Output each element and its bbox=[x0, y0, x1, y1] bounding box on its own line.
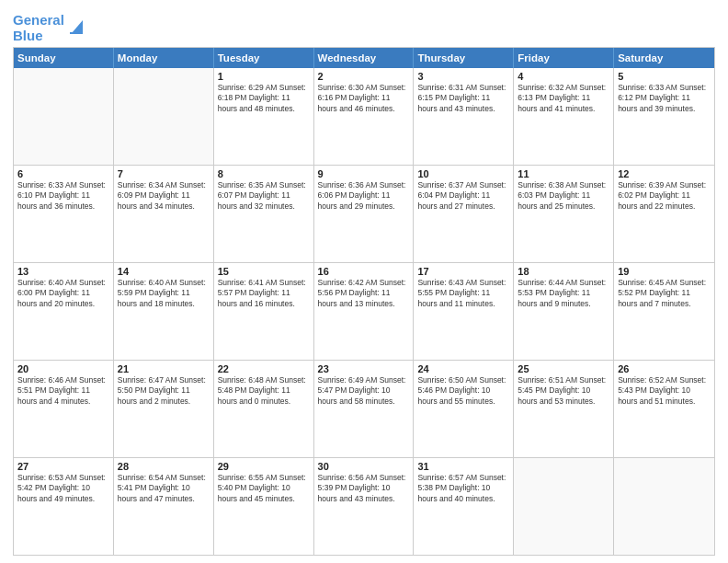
cell-info: Sunrise: 6:38 AM Sunset: 6:03 PM Dayligh… bbox=[518, 180, 609, 212]
header-day-wednesday: Wednesday bbox=[314, 48, 415, 68]
day-number: 8 bbox=[218, 168, 310, 179]
calendar-cell: 1Sunrise: 6:29 AM Sunset: 6:18 PM Daylig… bbox=[214, 68, 314, 165]
calendar-row-1: 6Sunrise: 6:33 AM Sunset: 6:10 PM Daylig… bbox=[14, 166, 714, 263]
calendar-cell: 28Sunrise: 6:54 AM Sunset: 5:41 PM Dayli… bbox=[114, 458, 214, 555]
day-number: 19 bbox=[618, 266, 711, 277]
calendar-cell: 31Sunrise: 6:57 AM Sunset: 5:38 PM Dayli… bbox=[414, 458, 514, 555]
day-number: 26 bbox=[618, 363, 711, 374]
cell-info: Sunrise: 6:30 AM Sunset: 6:16 PM Dayligh… bbox=[318, 83, 410, 114]
cell-info: Sunrise: 6:49 AM Sunset: 5:47 PM Dayligh… bbox=[318, 375, 410, 407]
calendar-cell: 30Sunrise: 6:56 AM Sunset: 5:39 PM Dayli… bbox=[314, 458, 415, 555]
cell-info: Sunrise: 6:36 AM Sunset: 6:06 PM Dayligh… bbox=[318, 180, 410, 212]
cell-info: Sunrise: 6:46 AM Sunset: 5:51 PM Dayligh… bbox=[17, 375, 109, 407]
calendar-row-0: 1Sunrise: 6:29 AM Sunset: 6:18 PM Daylig… bbox=[14, 68, 714, 166]
day-number: 4 bbox=[518, 71, 609, 82]
calendar-header: SundayMondayTuesdayWednesdayThursdayFrid… bbox=[14, 48, 714, 68]
cell-info: Sunrise: 6:51 AM Sunset: 5:45 PM Dayligh… bbox=[518, 375, 609, 407]
cell-info: Sunrise: 6:35 AM Sunset: 6:07 PM Dayligh… bbox=[218, 180, 310, 212]
calendar-cell: 17Sunrise: 6:43 AM Sunset: 5:55 PM Dayli… bbox=[414, 263, 514, 360]
calendar-cell: 27Sunrise: 6:53 AM Sunset: 5:42 PM Dayli… bbox=[14, 458, 114, 555]
calendar-cell: 5Sunrise: 6:33 AM Sunset: 6:12 PM Daylig… bbox=[614, 68, 714, 165]
logo-icon bbox=[66, 17, 86, 37]
logo: General Blue bbox=[13, 13, 86, 43]
calendar-cell: 26Sunrise: 6:52 AM Sunset: 5:43 PM Dayli… bbox=[614, 361, 714, 457]
day-number: 10 bbox=[417, 168, 509, 179]
cell-info: Sunrise: 6:42 AM Sunset: 5:56 PM Dayligh… bbox=[318, 278, 410, 309]
header-day-sunday: Sunday bbox=[14, 48, 114, 68]
calendar-cell: 8Sunrise: 6:35 AM Sunset: 6:07 PM Daylig… bbox=[214, 166, 314, 262]
calendar-cell: 9Sunrise: 6:36 AM Sunset: 6:06 PM Daylig… bbox=[314, 166, 415, 262]
calendar-cell: 19Sunrise: 6:45 AM Sunset: 5:52 PM Dayli… bbox=[614, 263, 714, 360]
day-number: 27 bbox=[17, 461, 109, 472]
cell-info: Sunrise: 6:55 AM Sunset: 5:40 PM Dayligh… bbox=[218, 473, 310, 504]
day-number: 25 bbox=[518, 363, 609, 374]
calendar-cell: 23Sunrise: 6:49 AM Sunset: 5:47 PM Dayli… bbox=[314, 361, 415, 457]
cell-info: Sunrise: 6:33 AM Sunset: 6:10 PM Dayligh… bbox=[17, 180, 109, 212]
calendar-cell: 20Sunrise: 6:46 AM Sunset: 5:51 PM Dayli… bbox=[14, 361, 114, 457]
cell-info: Sunrise: 6:47 AM Sunset: 5:50 PM Dayligh… bbox=[118, 375, 210, 407]
cell-info: Sunrise: 6:33 AM Sunset: 6:12 PM Dayligh… bbox=[618, 83, 711, 114]
day-number: 28 bbox=[118, 461, 210, 472]
calendar-cell: 21Sunrise: 6:47 AM Sunset: 5:50 PM Dayli… bbox=[114, 361, 214, 457]
cell-info: Sunrise: 6:52 AM Sunset: 5:43 PM Dayligh… bbox=[618, 375, 711, 407]
cell-info: Sunrise: 6:40 AM Sunset: 5:59 PM Dayligh… bbox=[118, 278, 210, 309]
calendar-cell: 25Sunrise: 6:51 AM Sunset: 5:45 PM Dayli… bbox=[514, 361, 614, 457]
cell-info: Sunrise: 6:45 AM Sunset: 5:52 PM Dayligh… bbox=[618, 278, 711, 309]
calendar: SundayMondayTuesdayWednesdayThursdayFrid… bbox=[13, 47, 715, 556]
cell-info: Sunrise: 6:34 AM Sunset: 6:09 PM Dayligh… bbox=[118, 180, 210, 212]
calendar-cell: 2Sunrise: 6:30 AM Sunset: 6:16 PM Daylig… bbox=[314, 68, 415, 165]
day-number: 11 bbox=[518, 168, 609, 179]
header-day-monday: Monday bbox=[114, 48, 214, 68]
calendar-cell: 14Sunrise: 6:40 AM Sunset: 5:59 PM Dayli… bbox=[114, 263, 214, 360]
cell-info: Sunrise: 6:32 AM Sunset: 6:13 PM Dayligh… bbox=[518, 83, 609, 114]
cell-info: Sunrise: 6:37 AM Sunset: 6:04 PM Dayligh… bbox=[417, 180, 509, 212]
logo-text: General Blue bbox=[13, 13, 64, 43]
cell-info: Sunrise: 6:29 AM Sunset: 6:18 PM Dayligh… bbox=[218, 83, 310, 114]
day-number: 13 bbox=[17, 266, 109, 277]
calendar-cell: 18Sunrise: 6:44 AM Sunset: 5:53 PM Dayli… bbox=[514, 263, 614, 360]
day-number: 12 bbox=[618, 168, 711, 179]
calendar-cell: 7Sunrise: 6:34 AM Sunset: 6:09 PM Daylig… bbox=[114, 166, 214, 262]
calendar-cell: 4Sunrise: 6:32 AM Sunset: 6:13 PM Daylig… bbox=[514, 68, 614, 165]
calendar-cell bbox=[514, 458, 614, 555]
calendar-cell bbox=[14, 68, 114, 165]
cell-info: Sunrise: 6:48 AM Sunset: 5:48 PM Dayligh… bbox=[218, 375, 310, 407]
cell-info: Sunrise: 6:31 AM Sunset: 6:15 PM Dayligh… bbox=[417, 83, 509, 114]
calendar-cell: 10Sunrise: 6:37 AM Sunset: 6:04 PM Dayli… bbox=[414, 166, 514, 262]
header-day-thursday: Thursday bbox=[414, 48, 514, 68]
day-number: 9 bbox=[318, 168, 410, 179]
cell-info: Sunrise: 6:53 AM Sunset: 5:42 PM Dayligh… bbox=[17, 473, 109, 504]
header-day-tuesday: Tuesday bbox=[214, 48, 314, 68]
calendar-cell: 15Sunrise: 6:41 AM Sunset: 5:57 PM Dayli… bbox=[214, 263, 314, 360]
calendar-row-3: 20Sunrise: 6:46 AM Sunset: 5:51 PM Dayli… bbox=[14, 361, 714, 458]
calendar-cell: 3Sunrise: 6:31 AM Sunset: 6:15 PM Daylig… bbox=[414, 68, 514, 165]
cell-info: Sunrise: 6:56 AM Sunset: 5:39 PM Dayligh… bbox=[318, 473, 410, 504]
calendar-row-2: 13Sunrise: 6:40 AM Sunset: 6:00 PM Dayli… bbox=[14, 263, 714, 361]
calendar-cell: 11Sunrise: 6:38 AM Sunset: 6:03 PM Dayli… bbox=[514, 166, 614, 262]
day-number: 2 bbox=[318, 71, 410, 82]
calendar-cell bbox=[614, 458, 714, 555]
cell-info: Sunrise: 6:57 AM Sunset: 5:38 PM Dayligh… bbox=[417, 473, 509, 504]
day-number: 20 bbox=[17, 363, 109, 374]
day-number: 5 bbox=[618, 71, 711, 82]
day-number: 6 bbox=[17, 168, 109, 179]
header-day-saturday: Saturday bbox=[614, 48, 714, 68]
day-number: 1 bbox=[218, 71, 310, 82]
calendar-cell: 16Sunrise: 6:42 AM Sunset: 5:56 PM Dayli… bbox=[314, 263, 415, 360]
day-number: 18 bbox=[518, 266, 609, 277]
day-number: 22 bbox=[218, 363, 310, 374]
day-number: 21 bbox=[118, 363, 210, 374]
header: General Blue bbox=[13, 9, 715, 43]
day-number: 30 bbox=[318, 461, 410, 472]
day-number: 7 bbox=[118, 168, 210, 179]
calendar-cell: 24Sunrise: 6:50 AM Sunset: 5:46 PM Dayli… bbox=[414, 361, 514, 457]
day-number: 29 bbox=[218, 461, 310, 472]
calendar-cell: 13Sunrise: 6:40 AM Sunset: 6:00 PM Dayli… bbox=[14, 263, 114, 360]
day-number: 24 bbox=[417, 363, 509, 374]
calendar-cell: 6Sunrise: 6:33 AM Sunset: 6:10 PM Daylig… bbox=[14, 166, 114, 262]
cell-info: Sunrise: 6:54 AM Sunset: 5:41 PM Dayligh… bbox=[118, 473, 210, 504]
cell-info: Sunrise: 6:43 AM Sunset: 5:55 PM Dayligh… bbox=[417, 278, 509, 309]
cell-info: Sunrise: 6:44 AM Sunset: 5:53 PM Dayligh… bbox=[518, 278, 609, 309]
cell-info: Sunrise: 6:39 AM Sunset: 6:02 PM Dayligh… bbox=[618, 180, 711, 212]
day-number: 15 bbox=[218, 266, 310, 277]
